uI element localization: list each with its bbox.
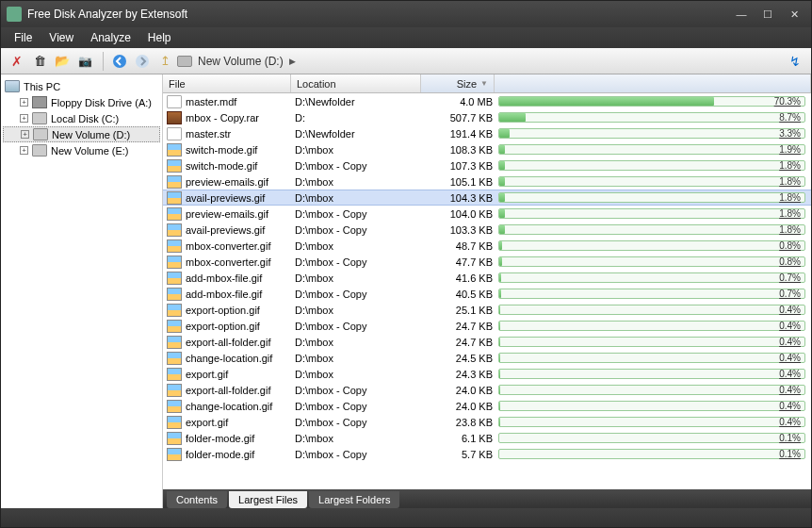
file-name: change-location.gif xyxy=(186,401,295,412)
breadcrumb-path: New Volume (D:) xyxy=(198,55,284,68)
svg-point-0 xyxy=(113,55,126,68)
tree-node-e[interactable]: + New Volume (E:) xyxy=(3,142,160,158)
forward-button[interactable] xyxy=(132,51,153,72)
file-size: 24.7 KB xyxy=(425,321,498,332)
drive-icon xyxy=(32,144,47,157)
col-bar[interactable] xyxy=(495,74,811,92)
file-row[interactable]: export.gifD:\mbox - Copy23.8 KB0.4% xyxy=(163,414,811,430)
file-row[interactable]: add-mbox-file.gifD:\mbox - Copy40.5 KB0.… xyxy=(163,286,811,302)
file-name: master.str xyxy=(186,128,295,140)
file-size: 47.7 KB xyxy=(425,256,498,268)
col-location-label: Location xyxy=(297,78,336,90)
maximize-button[interactable]: ☐ xyxy=(756,7,779,22)
toolbar: ✗ 🗑 📂 📷 ↥ New Volume (D:) ▶ ↯ xyxy=(1,48,811,74)
main-body: This PC + Floppy Disk Drive (A:) + Local… xyxy=(1,74,811,508)
file-row[interactable]: master.mdfD:\Newfolder4.0 MB70.3% xyxy=(163,93,811,109)
file-row[interactable]: export-all-folder.gifD:\mbox - Copy24.0 … xyxy=(163,382,811,398)
tree-node-d[interactable]: + New Volume (D:) xyxy=(3,126,160,142)
file-type-icon xyxy=(167,448,182,461)
delete-button[interactable]: ✗ xyxy=(7,51,27,72)
file-bar: 0.4% xyxy=(498,385,811,395)
file-list[interactable]: master.mdfD:\Newfolder4.0 MB70.3%mbox - … xyxy=(163,93,811,489)
minimize-button[interactable]: — xyxy=(730,7,753,22)
file-name: export-all-folder.gif xyxy=(186,385,295,396)
back-icon xyxy=(112,54,127,69)
file-location: D:\mbox - Copy xyxy=(295,321,425,332)
file-row[interactable]: export-option.gifD:\mbox - Copy24.7 KB0.… xyxy=(163,318,811,334)
menu-analyze[interactable]: Analyze xyxy=(83,28,138,47)
file-row[interactable]: change-location.gifD:\mbox - Copy24.0 KB… xyxy=(163,398,811,414)
drive-icon xyxy=(33,128,48,140)
file-location: D:\mbox - Copy xyxy=(295,256,425,268)
file-row[interactable]: change-location.gifD:\mbox24.5 KB0.4% xyxy=(163,350,811,366)
refresh-button[interactable]: ↯ xyxy=(785,51,805,72)
file-row[interactable]: preview-emails.gifD:\mbox105.1 KB1.8% xyxy=(163,173,811,190)
delete-icon: ✗ xyxy=(11,54,23,69)
tab-contents[interactable]: Contents xyxy=(167,491,227,508)
recycle-button[interactable]: 🗑 xyxy=(29,51,50,72)
file-row[interactable]: master.strD:\Newfolder191.4 KB3.3% xyxy=(163,125,811,141)
file-bar: 0.4% xyxy=(498,321,811,331)
file-row[interactable]: mbox - Copy.rarD:507.7 KB8.7% xyxy=(163,109,811,125)
expand-icon[interactable]: + xyxy=(21,130,29,139)
file-type-icon xyxy=(167,288,182,301)
file-percent: 70.3% xyxy=(774,96,801,107)
folder-tree[interactable]: This PC + Floppy Disk Drive (A:) + Local… xyxy=(1,74,163,508)
tree-node-floppy[interactable]: + Floppy Disk Drive (A:) xyxy=(3,94,160,110)
file-row[interactable]: mbox-converter.gifD:\mbox48.7 KB0.8% xyxy=(163,238,811,254)
file-row[interactable]: export-all-folder.gifD:\mbox24.7 KB0.4% xyxy=(163,334,811,350)
expand-icon[interactable]: + xyxy=(20,98,28,107)
file-location: D:\Newfolder xyxy=(295,96,425,107)
file-name: avail-previews.gif xyxy=(186,224,295,236)
tree-root[interactable]: This PC xyxy=(3,78,160,94)
file-size: 104.3 KB xyxy=(425,192,498,204)
file-row[interactable]: mbox-converter.gifD:\mbox - Copy47.7 KB0… xyxy=(163,254,811,270)
file-percent: 0.4% xyxy=(779,337,801,347)
titlebar: Free Disk Analyzer by Extensoft — ☐ ✕ xyxy=(1,1,811,27)
file-location: D:\mbox - Copy xyxy=(295,224,425,236)
file-percent: 1.8% xyxy=(779,192,801,203)
col-location[interactable]: Location xyxy=(291,74,421,92)
tab-largest-files[interactable]: Largest Files xyxy=(229,491,307,508)
file-row[interactable]: folder-mode.gifD:\mbox6.1 KB0.1% xyxy=(163,430,811,446)
file-type-icon xyxy=(167,175,182,189)
file-percent: 8.7% xyxy=(779,112,801,123)
file-percent: 0.8% xyxy=(779,240,801,251)
tree-node-c[interactable]: + Local Disk (C:) xyxy=(3,110,160,126)
tab-largest-folders[interactable]: Largest Folders xyxy=(309,491,399,508)
up-button[interactable]: ↥ xyxy=(154,51,175,72)
file-row[interactable]: avail-previews.gifD:\mbox - Copy103.3 KB… xyxy=(163,222,811,238)
file-row[interactable]: avail-previews.gifD:\mbox104.3 KB1.8% xyxy=(163,190,811,206)
file-type-icon xyxy=(167,432,182,445)
file-size: 5.7 KB xyxy=(425,449,498,460)
file-bar: 0.7% xyxy=(498,289,811,299)
col-file[interactable]: File xyxy=(163,74,291,92)
menu-help[interactable]: Help xyxy=(140,28,179,47)
file-percent: 1.8% xyxy=(779,160,801,171)
app-window: Free Disk Analyzer by Extensoft — ☐ ✕ Fi… xyxy=(0,0,812,528)
close-button[interactable]: ✕ xyxy=(783,7,805,22)
expand-icon[interactable]: + xyxy=(20,114,28,123)
menu-view[interactable]: View xyxy=(41,28,81,47)
file-row[interactable]: preview-emails.gifD:\mbox - Copy104.0 KB… xyxy=(163,206,811,222)
file-bar: 0.8% xyxy=(498,240,811,251)
file-row[interactable]: add-mbox-file.gifD:\mbox41.6 KB0.7% xyxy=(163,270,811,286)
chevron-right-icon: ▶ xyxy=(289,57,296,66)
col-size[interactable]: Size▼ xyxy=(421,74,495,92)
file-row[interactable]: export-option.gifD:\mbox25.1 KB0.4% xyxy=(163,302,811,318)
file-percent: 0.4% xyxy=(779,417,801,427)
file-row[interactable]: export.gifD:\mbox24.3 KB0.4% xyxy=(163,366,811,382)
open-folder-button[interactable]: 📂 xyxy=(52,51,73,72)
file-row[interactable]: switch-mode.gifD:\mbox - Copy107.3 KB1.8… xyxy=(163,157,811,173)
file-name: folder-mode.gif xyxy=(186,449,295,460)
menu-file[interactable]: File xyxy=(7,28,40,47)
expand-icon[interactable]: + xyxy=(20,146,28,155)
tree-label: New Volume (D:) xyxy=(52,129,130,140)
breadcrumb[interactable]: New Volume (D:) ▶ xyxy=(177,55,785,68)
properties-button[interactable]: 📷 xyxy=(74,51,95,72)
file-row[interactable]: switch-mode.gifD:\mbox108.3 KB1.9% xyxy=(163,141,811,157)
back-button[interactable] xyxy=(109,51,130,72)
file-row[interactable]: folder-mode.gifD:\mbox - Copy5.7 KB0.1% xyxy=(163,446,811,462)
file-size: 103.3 KB xyxy=(425,224,498,236)
file-name: mbox - Copy.rar xyxy=(186,112,295,124)
